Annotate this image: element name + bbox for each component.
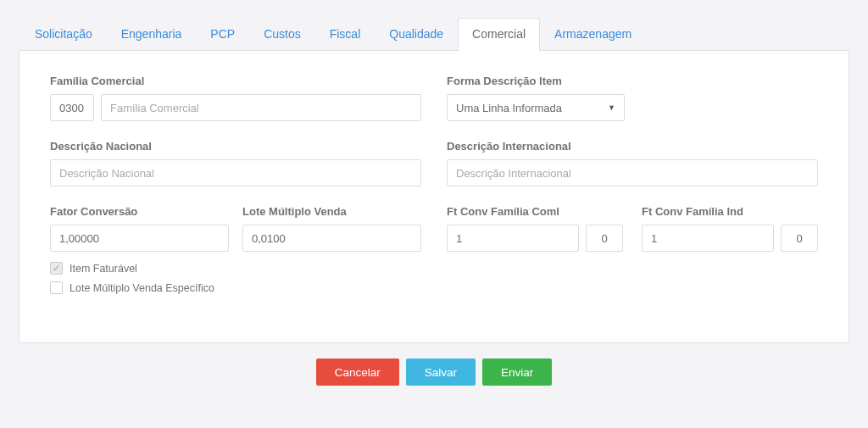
- tab-armazenagem[interactable]: Armazenagem: [540, 18, 646, 51]
- ftconv-ind-main-input[interactable]: [642, 225, 774, 252]
- familia-comercial-label: Família Comercial: [50, 75, 421, 87]
- tab-label: Fiscal: [330, 27, 361, 41]
- item-faturavel-label: Item Faturável: [70, 263, 137, 275]
- tab-qualidade[interactable]: Qualidade: [375, 18, 458, 51]
- tab-label: Solicitação: [35, 27, 92, 41]
- ftconv-coml-label: Ft Conv Família Coml: [447, 205, 623, 218]
- forma-descricao-label: Forma Descrição Item: [447, 75, 818, 87]
- action-buttons: Cancelar Salvar Enviar: [19, 359, 849, 386]
- tab-label: Qualidade: [389, 27, 443, 41]
- lote-multiplo-venda-input[interactable]: [242, 225, 421, 252]
- tab-bar: Solicitação Engenharia PCP Custos Fiscal…: [19, 17, 849, 51]
- tab-label: Armazenagem: [554, 27, 632, 41]
- tab-custos[interactable]: Custos: [249, 18, 315, 51]
- tab-pcp[interactable]: PCP: [196, 18, 249, 51]
- lote-especifico-label: Lote Múltiplo Venda Específico: [70, 282, 214, 294]
- save-button[interactable]: Salvar: [406, 359, 476, 386]
- descricao-internacional-label: Descrição Internacional: [447, 140, 818, 153]
- descricao-nacional-label: Descrição Nacional: [50, 140, 421, 153]
- tab-fiscal[interactable]: Fiscal: [315, 18, 376, 51]
- panel-comercial: Família Comercial Forma Descrição Item U…: [19, 51, 849, 343]
- lote-multiplo-venda-label: Lote Múltiplo Venda: [242, 205, 421, 218]
- tab-label: PCP: [210, 27, 235, 41]
- ftconv-ind-label: Ft Conv Família Ind: [642, 205, 818, 218]
- forma-descricao-selected: Uma Linha Informada: [456, 102, 562, 114]
- tab-label: Engenharia: [121, 27, 182, 41]
- tab-engenharia[interactable]: Engenharia: [107, 18, 197, 51]
- familia-comercial-name-input[interactable]: [101, 94, 421, 121]
- forma-descricao-select[interactable]: Uma Linha Informada ▼: [447, 94, 625, 121]
- tab-label: Custos: [264, 27, 301, 41]
- tab-comercial[interactable]: Comercial: [458, 18, 540, 51]
- descricao-nacional-input[interactable]: [50, 159, 421, 186]
- fator-conversao-input[interactable]: [50, 225, 229, 252]
- descricao-internacional-input[interactable]: [447, 159, 818, 186]
- familia-comercial-code-input[interactable]: [50, 94, 94, 121]
- tab-label: Comercial: [472, 27, 526, 41]
- fator-conversao-label: Fator Conversão: [50, 205, 229, 218]
- ftconv-coml-main-input[interactable]: [447, 225, 579, 252]
- chevron-down-icon: ▼: [608, 103, 615, 112]
- item-faturavel-checkbox[interactable]: ✓: [50, 262, 63, 275]
- ftconv-coml-dec-input[interactable]: [586, 225, 623, 252]
- tab-solicitacao[interactable]: Solicitação: [20, 18, 107, 51]
- ftconv-ind-dec-input[interactable]: [781, 225, 818, 252]
- send-button[interactable]: Enviar: [482, 359, 552, 386]
- cancel-button[interactable]: Cancelar: [316, 359, 399, 386]
- lote-especifico-checkbox[interactable]: [50, 281, 63, 294]
